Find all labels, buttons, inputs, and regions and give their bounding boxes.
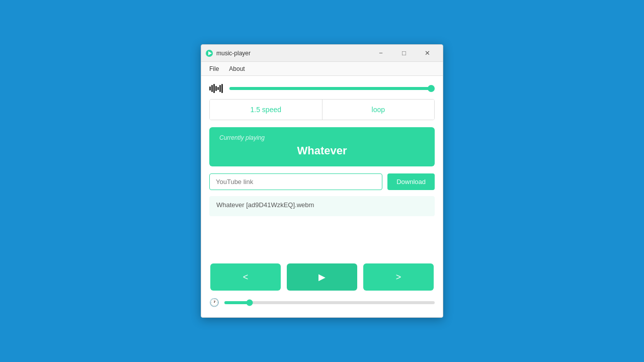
- app-window: music-player − □ ✕ File About: [201, 44, 443, 318]
- waveform-bar: [217, 87, 219, 90]
- list-item[interactable]: Whatever [ad9D41WzkEQ].webm: [216, 201, 428, 209]
- waveform-icon: [209, 84, 224, 93]
- main-progress-track[interactable]: [229, 87, 435, 90]
- minimize-button[interactable]: −: [369, 45, 392, 62]
- window-title: music-player: [216, 50, 369, 57]
- time-row: 🕐: [209, 298, 435, 309]
- waveform-bar: [213, 84, 215, 93]
- time-fill: [224, 301, 250, 304]
- time-thumb: [247, 299, 253, 306]
- now-playing-card: Currently playing Whatever: [209, 127, 435, 166]
- app-icon: [205, 49, 213, 57]
- maximize-button[interactable]: □: [392, 45, 416, 62]
- next-button[interactable]: >: [363, 263, 434, 291]
- speed-button[interactable]: 1.5 speed: [210, 100, 323, 120]
- youtube-link-input[interactable]: [209, 173, 382, 190]
- main-progress-fill: [229, 87, 431, 90]
- waveform-bar: [211, 85, 213, 92]
- close-button[interactable]: ✕: [416, 45, 439, 62]
- waveform-row: [209, 84, 435, 93]
- waveform-bar: [209, 86, 211, 90]
- prev-button[interactable]: <: [210, 263, 281, 291]
- file-list: Whatever [ad9D41WzkEQ].webm: [209, 196, 435, 216]
- menu-file[interactable]: File: [205, 64, 223, 74]
- waveform-bar: [215, 86, 217, 91]
- spacer: [209, 223, 435, 263]
- time-track[interactable]: [224, 301, 435, 304]
- waveform-bar: [221, 84, 223, 93]
- playback-controls: < ▶ >: [209, 263, 435, 291]
- clock-icon: 🕐: [209, 298, 219, 307]
- play-button[interactable]: ▶: [287, 263, 357, 291]
- download-button[interactable]: Download: [387, 173, 435, 190]
- window-controls: − □ ✕: [369, 45, 439, 62]
- content-area: 1.5 speed loop Currently playing Whateve…: [201, 76, 443, 317]
- titlebar: music-player − □ ✕: [201, 45, 443, 62]
- download-row: Download: [209, 173, 435, 190]
- main-progress-thumb: [428, 85, 435, 92]
- menu-about[interactable]: About: [225, 64, 249, 74]
- menubar: File About: [201, 62, 443, 76]
- waveform-bar: [219, 85, 221, 92]
- speed-loop-controls: 1.5 speed loop: [209, 99, 435, 120]
- now-playing-label: Currently playing: [219, 134, 425, 141]
- now-playing-title: Whatever: [219, 144, 425, 157]
- loop-button[interactable]: loop: [323, 100, 435, 120]
